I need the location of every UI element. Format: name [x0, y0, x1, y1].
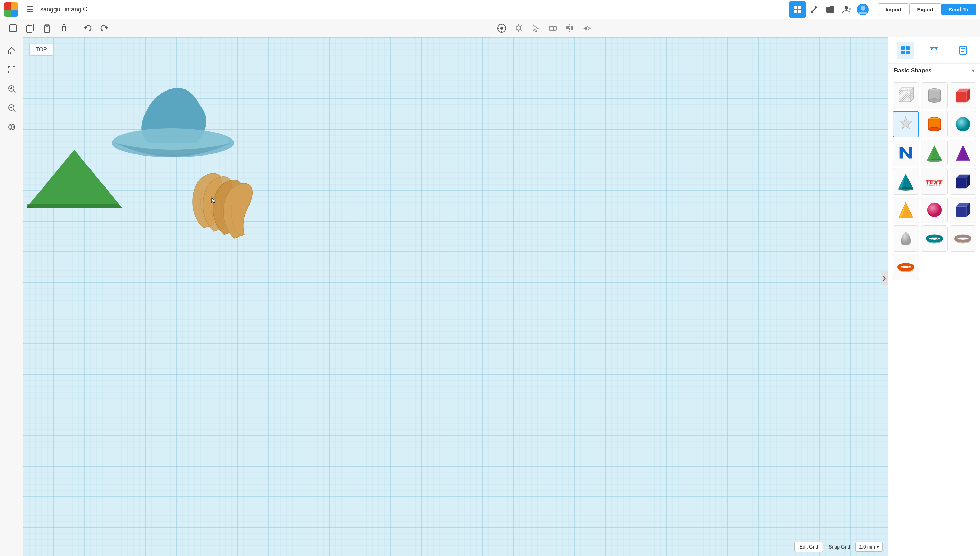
- zoom-out-button[interactable]: [4, 100, 19, 116]
- grid-view-button[interactable]: [789, 2, 806, 18]
- green-triangle-shape[interactable]: [23, 146, 125, 211]
- svg-rect-27: [571, 26, 573, 30]
- shape-item-pyramid-yellow[interactable]: [893, 197, 919, 223]
- svg-rect-0: [794, 6, 797, 9]
- undo-button[interactable]: [80, 21, 95, 36]
- blue-hat-shape[interactable]: [108, 78, 238, 157]
- shape-item-cylinder-orange[interactable]: [921, 111, 948, 137]
- mirror-tool[interactable]: [579, 21, 594, 36]
- svg-point-95: [927, 203, 941, 217]
- canvas-area[interactable]: TOP: [23, 37, 888, 556]
- shapes-grid: TEXT TEXT: [888, 78, 980, 284]
- group-tool[interactable]: [545, 21, 560, 36]
- shape-item-sphere-teal[interactable]: [950, 111, 976, 137]
- snap-grid-value[interactable]: 1.0 mm ▾: [855, 542, 883, 551]
- svg-rect-14: [45, 24, 49, 26]
- svg-rect-3: [798, 10, 801, 13]
- zoom-in-button[interactable]: [4, 81, 19, 97]
- copy-button[interactable]: [23, 21, 37, 36]
- import-button[interactable]: Import: [878, 3, 910, 15]
- svg-marker-47: [27, 204, 122, 208]
- shape-item-star[interactable]: [893, 111, 919, 137]
- svg-rect-64: [899, 91, 910, 102]
- svg-point-16: [500, 27, 503, 30]
- folder-button[interactable]: [822, 2, 838, 18]
- delete-button[interactable]: [57, 21, 71, 36]
- svg-rect-49: [901, 46, 905, 50]
- shape-item-torus-orange[interactable]: [893, 254, 919, 280]
- profile-button[interactable]: [855, 2, 871, 18]
- svg-point-77: [956, 117, 970, 131]
- main-layout: TOP: [0, 37, 980, 556]
- shape-item-cylinder-gray[interactable]: [921, 82, 948, 109]
- shape-item-box-blue[interactable]: [950, 168, 976, 195]
- svg-rect-26: [566, 26, 569, 29]
- svg-point-107: [902, 266, 909, 268]
- svg-rect-4: [811, 11, 812, 13]
- redo-button[interactable]: [97, 21, 112, 36]
- shape-item-sphere-magenta[interactable]: [921, 197, 948, 223]
- paste-button[interactable]: [39, 21, 55, 36]
- edit-grid-button[interactable]: Edit Grid: [794, 542, 823, 552]
- banana-shape[interactable]: [183, 167, 262, 245]
- toolbar-center: [494, 21, 594, 36]
- svg-marker-44: [27, 150, 122, 208]
- right-panel: Basic Shapes ▾: [888, 37, 980, 556]
- svg-marker-30: [587, 26, 590, 30]
- shape-item-box-red[interactable]: [950, 82, 976, 109]
- svg-rect-1: [798, 6, 801, 9]
- svg-point-9: [860, 6, 865, 11]
- shape-item-n-shape[interactable]: [893, 139, 919, 166]
- new-button[interactable]: [5, 21, 20, 36]
- snap-grid-label: Snap Grid: [828, 544, 850, 550]
- align-tool[interactable]: [562, 21, 577, 36]
- notes-panel-icon[interactable]: [954, 42, 972, 59]
- shape-item-cone-teal2[interactable]: [893, 168, 919, 195]
- shape-item-torus-teal[interactable]: [921, 225, 948, 252]
- toolbar: [0, 19, 980, 37]
- svg-marker-22: [533, 25, 539, 32]
- export-button[interactable]: Export: [909, 3, 941, 15]
- snap-grid-text: 1.0 mm: [859, 544, 875, 550]
- svg-rect-70: [956, 92, 967, 102]
- left-panel: [0, 37, 23, 556]
- light-tool[interactable]: [511, 21, 526, 36]
- shape-item-box-navy[interactable]: [950, 197, 976, 223]
- svg-point-76: [928, 127, 941, 131]
- svg-rect-10: [10, 25, 16, 32]
- shape-item-cone-green[interactable]: [921, 139, 948, 166]
- svg-rect-2: [794, 10, 797, 13]
- svg-marker-29: [584, 26, 587, 30]
- shape-tools-button[interactable]: [4, 119, 19, 135]
- panel-collapse-button[interactable]: ❯: [881, 270, 888, 286]
- shape-item-torus-brown[interactable]: [950, 225, 976, 252]
- topbar: ☰ sanggul lintang C Import Export Send T…: [0, 0, 980, 19]
- svg-rect-50: [906, 46, 910, 50]
- build-button[interactable]: [806, 2, 822, 18]
- svg-rect-51: [901, 51, 905, 55]
- svg-rect-96: [956, 206, 967, 217]
- svg-rect-52: [906, 51, 910, 55]
- add-user-button[interactable]: [838, 2, 855, 18]
- shape-item-drop-gray[interactable]: [893, 225, 919, 252]
- svg-rect-13: [44, 26, 50, 32]
- svg-rect-23: [550, 26, 553, 30]
- shapes-panel-icon[interactable]: [897, 42, 914, 59]
- ruler-panel-icon[interactable]: [925, 42, 943, 59]
- fit-view-button[interactable]: [4, 62, 19, 78]
- send-to-button[interactable]: Send To: [941, 4, 976, 15]
- shapes-title: Basic Shapes: [894, 67, 931, 74]
- right-panel-top-icons: [888, 37, 980, 64]
- shape-item-pyramid-purple[interactable]: [950, 139, 976, 166]
- camera-tool[interactable]: [494, 21, 509, 36]
- shapes-dropdown-icon[interactable]: ▾: [972, 67, 975, 74]
- svg-marker-73: [900, 117, 912, 129]
- svg-rect-24: [552, 26, 556, 30]
- home-view-button[interactable]: [4, 43, 19, 58]
- cursor-tool[interactable]: [528, 21, 543, 36]
- shape-item-text[interactable]: TEXT TEXT: [921, 168, 948, 195]
- svg-line-34: [13, 91, 15, 92]
- menu-button[interactable]: ☰: [22, 2, 38, 18]
- shape-item-box-striped[interactable]: [893, 82, 919, 109]
- bottom-controls: Edit Grid Snap Grid 1.0 mm ▾: [794, 542, 883, 552]
